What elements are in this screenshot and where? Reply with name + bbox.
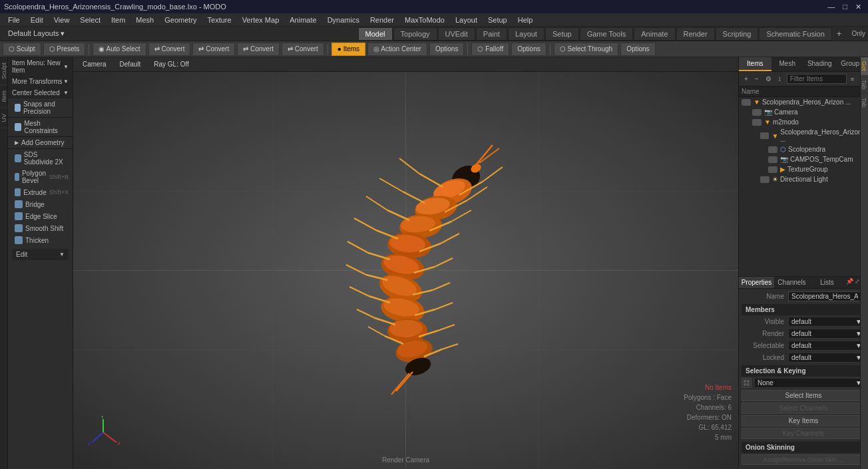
options1-button[interactable]: Options — [429, 43, 464, 56]
rp-add-icon[interactable]: + — [742, 75, 751, 83]
menu-setup[interactable]: Setup — [483, 15, 513, 25]
assign-onion-btn[interactable]: Assign/Remove Onion Skin ... — [742, 454, 865, 465]
tab-animate[interactable]: Animate — [634, 27, 675, 41]
prop-locked-dropdown[interactable]: default ▼ — [788, 353, 865, 363]
tree-eye-m2modo[interactable] — [752, 119, 761, 126]
tree-eye-scolopendra-mesh[interactable] — [768, 146, 777, 153]
options2-button[interactable]: Options — [511, 43, 546, 56]
select-channels-btn[interactable]: Select Channels — [742, 402, 865, 414]
autoselect-button[interactable]: ◉ Auto Select — [93, 43, 146, 56]
tab-render[interactable]: Render — [676, 27, 715, 41]
menu-view[interactable]: View — [49, 15, 75, 25]
tab-schematic[interactable]: Schematic Fusion — [759, 27, 831, 41]
menu-select[interactable]: Select — [75, 15, 106, 25]
tab-uvedit[interactable]: UVEdit — [438, 27, 475, 41]
rp-tab-mesh[interactable]: Mesh — [771, 57, 804, 71]
menu-maxtomodo[interactable]: MaxToModo — [399, 15, 450, 25]
rp-tab-shading[interactable]: Shading — [803, 57, 836, 71]
menu-edit[interactable]: Edit — [25, 15, 49, 25]
edge-slice-item[interactable]: Edge Slice — [8, 210, 73, 222]
rp-settings-icon[interactable]: ⚙ — [763, 75, 774, 83]
rp-tab-items[interactable]: Items — [739, 57, 771, 71]
menu-vertexmap[interactable]: Vertex Map — [237, 15, 285, 25]
select-items-btn[interactable]: Select Items — [742, 390, 865, 401]
viewport-camera-tab[interactable]: Camera — [79, 59, 110, 69]
rp-sort-icon[interactable]: ↕ — [775, 75, 784, 83]
tree-item-camera[interactable]: 📷 Camera — [739, 107, 868, 117]
props-expand-icon[interactable]: ⤢ — [855, 278, 860, 287]
tree-eye-tempcam[interactable] — [768, 156, 777, 163]
sds-subdivide-item[interactable]: SDS Subdivide 2X — [8, 149, 73, 168]
menu-geometry[interactable]: Geometry — [159, 15, 202, 25]
edit-header[interactable]: Edit ▼ — [12, 249, 69, 260]
rp-remove-icon[interactable]: − — [752, 75, 761, 83]
rp-filter-icon[interactable]: ≡ — [848, 75, 857, 83]
props-tab-channels[interactable]: Channels — [774, 277, 809, 288]
viewport-style-tab[interactable]: Default — [116, 59, 145, 69]
menu-texture[interactable]: Texture — [202, 15, 237, 25]
tab-topology[interactable]: Topology — [393, 27, 437, 41]
selection-keying-section[interactable]: Selection & Keying — [742, 365, 865, 377]
convert2-button[interactable]: ⇄ Convert — [192, 43, 235, 56]
sidetab-uv[interactable]: UV — [0, 108, 7, 128]
tree-eye-light[interactable] — [760, 176, 769, 183]
sculpt-button[interactable]: ⬡ Sculpt — [3, 43, 41, 56]
polygon-bevel-item[interactable]: Polygon Bevel Shift+B — [8, 168, 73, 186]
sidetab-item[interactable]: Item — [0, 85, 7, 108]
prop-name-input[interactable] — [788, 291, 861, 301]
convert1-button[interactable]: ⇄ Convert — [148, 43, 191, 56]
viewport-canvas[interactable]: No Items Polygons : Face Channels: 6 Def… — [73, 72, 738, 469]
prop-selectable-dropdown[interactable]: default ▼ — [788, 341, 865, 351]
more-transforms-header[interactable]: More Transforms ▼ — [8, 76, 73, 87]
tree-item-m2modo[interactable]: ▼ m2modo — [739, 117, 868, 127]
extrude-item[interactable]: Extrude Shift+X — [8, 186, 73, 198]
tab-scripting[interactable]: Scripting — [716, 27, 759, 41]
sidetab-sculpt[interactable]: Sculpt — [0, 57, 7, 85]
key-items-btn[interactable]: Key Items — [742, 415, 865, 426]
tree-eye-camera[interactable] — [752, 109, 761, 116]
smooth-shift-item[interactable]: Smooth Shift — [8, 222, 73, 234]
props-tab-lists[interactable]: Lists — [809, 277, 845, 288]
tab-setup[interactable]: Setup — [545, 27, 579, 41]
tab-gametools[interactable]: Game Tools — [580, 27, 634, 41]
members-section[interactable]: Members — [742, 304, 865, 315]
presets-button[interactable]: ⬡ Presets — [43, 43, 86, 56]
selectthrough-button[interactable]: ⬡ Select Through — [554, 43, 618, 56]
props-tab-properties[interactable]: Properties — [739, 277, 774, 288]
menu-render[interactable]: Render — [365, 15, 399, 25]
tree-item-scolopendra-group[interactable]: ▼ Scolopendra_Heros_Arizon ... — [739, 127, 868, 144]
viewport-raygl-tab[interactable]: Ray GL: Off — [150, 59, 193, 69]
menu-mesh[interactable]: Mesh — [130, 15, 159, 25]
titlebar-controls[interactable]: — □ ✕ — [825, 3, 864, 11]
tree-eye-scene[interactable] — [742, 99, 751, 106]
menu-dynamics[interactable]: Dynamics — [322, 15, 365, 25]
keying-none-dropdown[interactable]: None ▼ — [754, 378, 865, 388]
prop-render-dropdown[interactable]: default ▼ — [788, 329, 865, 339]
thicken-item[interactable]: Thicken — [8, 234, 73, 246]
default-layouts-dropdown[interactable]: Default Layouts ▾ — [3, 28, 71, 39]
maximize-button[interactable]: □ — [840, 3, 850, 11]
menu-item[interactable]: Item — [106, 15, 130, 25]
tree-item-scolopendra-mesh[interactable]: ⬡ Scolopendra — [739, 144, 868, 154]
right-sidetab-2[interactable]: Tab — [861, 76, 868, 94]
mesh-constraints-item[interactable]: Mesh Constraints — [8, 118, 73, 136]
options3-button[interactable]: Options — [620, 43, 655, 56]
center-selected-header[interactable]: Center Selected ▼ — [8, 87, 73, 98]
items-button[interactable]: ● Items — [331, 43, 365, 56]
minimize-button[interactable]: — — [825, 3, 837, 11]
right-sidetab-got[interactable]: Got — [861, 57, 868, 76]
prop-visible-dropdown[interactable]: default ▼ — [788, 317, 865, 327]
onion-skinning-section[interactable]: Onion Skinning — [742, 442, 865, 453]
tab-paint[interactable]: Paint — [476, 27, 507, 41]
tree-item-scene[interactable]: ▼ Scolopendra_Heros_Arizon ... — [739, 97, 868, 107]
close-button[interactable]: ✕ — [853, 3, 864, 11]
tree-eye-scolopendra-group[interactable] — [760, 132, 769, 139]
menu-help[interactable]: Help — [513, 15, 539, 25]
props-pin-icon[interactable]: 📌 — [846, 278, 853, 287]
filter-items-input[interactable] — [787, 74, 847, 84]
tree-item-texturegroup[interactable]: ▶ TextureGroup — [739, 164, 868, 174]
tab-layout[interactable]: Layout — [508, 27, 544, 41]
viewport[interactable]: Camera Default Ray GL: Off ⟳ ⊞ ⊕ ⚙ ⤢ — [73, 57, 738, 469]
action-center-button[interactable]: ◎ Action Center — [367, 43, 427, 56]
tab-model[interactable]: Model — [358, 27, 393, 40]
